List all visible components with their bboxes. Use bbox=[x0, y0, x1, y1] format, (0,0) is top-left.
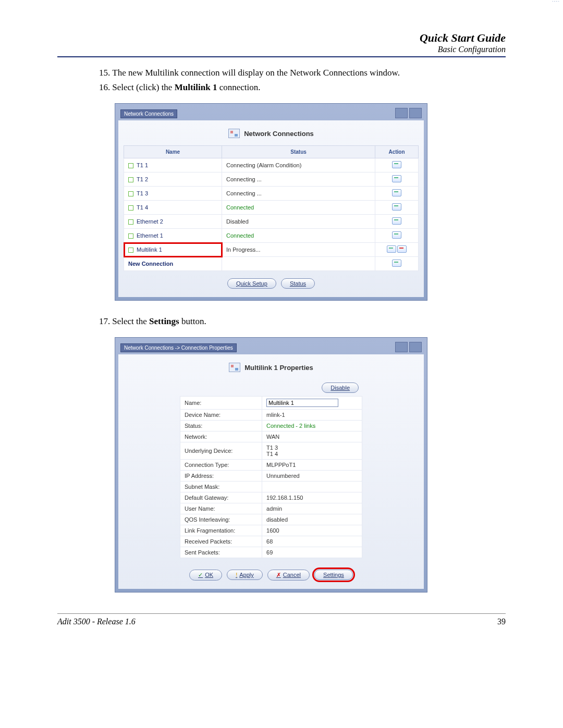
property-row: Link Fragmentation:1600 bbox=[180, 525, 362, 536]
delete-icon[interactable] bbox=[397, 245, 407, 253]
doc-subtitle: Basic Configuration bbox=[57, 45, 506, 54]
connection-action bbox=[375, 172, 419, 187]
edit-icon[interactable] bbox=[392, 175, 401, 182]
connection-action bbox=[375, 187, 419, 201]
property-key: Link Fragmentation: bbox=[180, 525, 262, 536]
property-row: Default Gateway:192.168.1.150 bbox=[180, 492, 362, 503]
property-row: User Name:admin bbox=[180, 503, 362, 514]
edit-icon[interactable] bbox=[392, 203, 401, 211]
connection-action bbox=[375, 201, 419, 215]
connection-icon bbox=[128, 219, 133, 225]
property-value: mlink-1 bbox=[262, 410, 362, 421]
disable-button[interactable]: Disable bbox=[322, 382, 359, 393]
apply-button[interactable]: !Apply bbox=[227, 570, 263, 580]
connection-action bbox=[375, 243, 419, 257]
col-action: Action bbox=[375, 146, 419, 158]
add-icon[interactable] bbox=[392, 260, 401, 267]
connection-icon bbox=[229, 363, 240, 372]
connection-name[interactable]: T1 3 bbox=[124, 187, 222, 201]
step-16: 16.Select (click) the Multilink 1 connec… bbox=[99, 82, 506, 93]
cancel-button[interactable]: ✗Cancel bbox=[267, 570, 310, 581]
connection-action bbox=[375, 158, 419, 172]
connection-icon bbox=[128, 233, 133, 239]
edit-icon[interactable] bbox=[387, 245, 396, 253]
property-row: Network:WAN bbox=[180, 431, 362, 442]
connection-icon bbox=[128, 177, 133, 182]
property-row: Status:Connected - 2 links bbox=[180, 421, 362, 431]
property-value: 69 bbox=[262, 547, 362, 558]
col-status: Status bbox=[222, 146, 375, 158]
property-row: Sent Packets:69 bbox=[180, 547, 362, 558]
property-value bbox=[262, 397, 362, 410]
connection-icon bbox=[128, 205, 133, 211]
connection-name[interactable]: T1 2 bbox=[124, 172, 222, 187]
connection-icon bbox=[128, 248, 133, 253]
property-value: Unnumbered bbox=[262, 471, 362, 482]
tool-icon[interactable] bbox=[395, 342, 408, 352]
property-key: Name: bbox=[180, 397, 262, 410]
property-row: IP Address:Unnumbered bbox=[180, 471, 362, 482]
table-row[interactable]: Ethernet 1Connected bbox=[124, 229, 419, 243]
connection-name[interactable]: T1 1 bbox=[124, 158, 222, 172]
property-key: Default Gateway: bbox=[180, 492, 262, 503]
connection-status: Connecting ... bbox=[222, 172, 375, 187]
panel-heading: Multilink 1 Properties bbox=[124, 360, 419, 379]
edit-icon[interactable] bbox=[392, 217, 401, 225]
breadcrumb: Network Connections bbox=[120, 109, 177, 118]
property-row: Name: bbox=[180, 397, 362, 410]
connections-table: Name Status Action T1 1Connecting (Alarm… bbox=[124, 145, 419, 271]
property-value: 1600 bbox=[262, 525, 362, 536]
connection-status: Connecting ... bbox=[222, 187, 375, 201]
property-key: Subnet Mask: bbox=[180, 482, 262, 492]
table-row[interactable]: T1 3Connecting ... bbox=[124, 187, 419, 201]
property-key: Underlying Device: bbox=[180, 442, 262, 460]
property-value: WAN bbox=[262, 431, 362, 442]
quick-setup-button[interactable]: Quick Setup bbox=[227, 278, 276, 289]
tool-icon[interactable] bbox=[395, 108, 408, 118]
titlebar-icons bbox=[394, 108, 422, 119]
new-connection-row[interactable]: New Connection bbox=[124, 257, 419, 271]
connection-status: Connecting (Alarm Condition) bbox=[222, 158, 375, 172]
properties-table: Name:Device Name:mlink-1Status:Connected… bbox=[180, 396, 362, 558]
property-row: Underlying Device:T1 3 T1 4 bbox=[180, 442, 362, 460]
property-key: IP Address: bbox=[180, 471, 262, 482]
table-row[interactable]: T1 1Connecting (Alarm Condition) bbox=[124, 158, 419, 172]
connection-status: Disabled bbox=[222, 215, 375, 229]
property-row: Connection Type:MLPPPoT1 bbox=[180, 460, 362, 471]
connection-icon bbox=[128, 163, 133, 168]
property-key: Received Packets: bbox=[180, 536, 262, 547]
connection-name[interactable]: Ethernet 2 bbox=[124, 215, 222, 229]
connection-name[interactable]: T1 4 bbox=[124, 201, 222, 215]
property-key: QOS Interleaving: bbox=[180, 514, 262, 525]
property-row: QOS Interleaving:disabled bbox=[180, 514, 362, 525]
tool-icon[interactable] bbox=[409, 108, 422, 118]
edit-icon[interactable] bbox=[392, 189, 401, 196]
network-connections-screenshot: :::: Network Connections Network Connect… bbox=[115, 103, 427, 301]
connection-action bbox=[375, 215, 419, 229]
property-value: Connected - 2 links bbox=[262, 421, 362, 431]
table-row[interactable]: T1 2Connecting ... bbox=[124, 172, 419, 187]
edit-icon[interactable] bbox=[392, 161, 401, 168]
connection-name[interactable]: Multilink 1 bbox=[124, 243, 222, 257]
breadcrumb: Network Connections -> Connection Proper… bbox=[120, 343, 237, 352]
name-input[interactable] bbox=[266, 399, 338, 407]
table-row[interactable]: T1 4Connected bbox=[124, 201, 419, 215]
connection-status: Connected bbox=[222, 229, 375, 243]
property-key: Network: bbox=[180, 431, 262, 442]
table-row[interactable]: Multilink 1In Progress... bbox=[124, 243, 419, 257]
network-icon bbox=[228, 129, 240, 138]
multilink-properties-screenshot: :::: Network Connections -> Connection P… bbox=[115, 337, 427, 593]
connection-icon bbox=[128, 191, 133, 196]
settings-button[interactable]: Settings bbox=[314, 570, 353, 580]
ok-button[interactable]: ✓OK bbox=[189, 570, 222, 581]
status-button[interactable]: Status bbox=[281, 278, 315, 289]
connection-status: In Progress... bbox=[222, 243, 375, 257]
edit-icon[interactable] bbox=[392, 231, 401, 239]
property-key: Status: bbox=[180, 421, 262, 431]
property-value bbox=[262, 482, 362, 492]
connection-name[interactable]: Ethernet 1 bbox=[124, 229, 222, 243]
table-row[interactable]: Ethernet 2Disabled bbox=[124, 215, 419, 229]
property-row: Received Packets:68 bbox=[180, 536, 362, 547]
connection-action bbox=[375, 229, 419, 243]
tool-icon[interactable] bbox=[409, 342, 422, 352]
